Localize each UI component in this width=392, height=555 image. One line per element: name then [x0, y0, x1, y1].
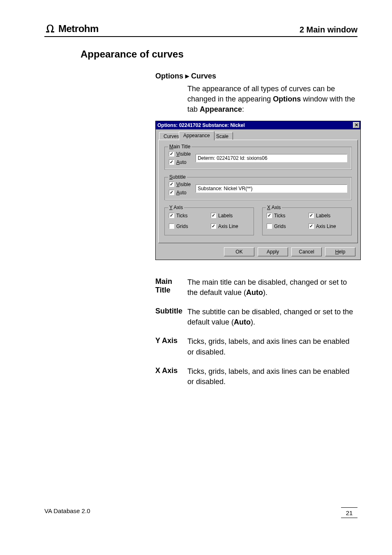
checkbox-xaxis-ticks[interactable]: ✓Ticks	[267, 213, 305, 219]
input-subtitle[interactable]	[196, 184, 347, 193]
section-label: 2 Main window	[300, 25, 357, 35]
def-term-yaxis: Y Axis	[155, 336, 187, 357]
checkbox-xaxis-axisline[interactable]: ✓Axis Line	[309, 223, 347, 229]
checkbox-maintitle-auto[interactable]: ✓ Auto	[169, 159, 191, 165]
dialog-titlebar: Options: 02241702 Substance: Nickel ✕	[156, 121, 360, 129]
help-button[interactable]: Help	[325, 247, 355, 256]
group-legend-xaxis: X Axis	[266, 205, 282, 210]
footer-left: VA Database 2.0	[44, 507, 90, 518]
checkbox-yaxis-ticks[interactable]: ✓Ticks	[169, 213, 208, 219]
group-subtitle: Subtitle ✓ Visible ✓ Auto	[164, 177, 352, 200]
def-body-xaxis: Ticks, grids, labels, and axis lines can…	[187, 366, 357, 387]
options-dialog: Options: 02241702 Substance: Nickel ✕ Cu…	[155, 121, 361, 260]
group-x-axis: X Axis ✓Ticks ✓Labels Grids ✓Axis Line	[262, 207, 352, 235]
dialog-button-row: OK Apply Cancel Help	[158, 243, 358, 256]
def-body-main-title: The main title can be disabled, changed …	[187, 277, 357, 298]
close-icon[interactable]: ✕	[353, 122, 360, 128]
checkbox-subtitle-visible[interactable]: ✓ Visible	[169, 182, 191, 187]
cancel-button[interactable]: Cancel	[291, 247, 322, 256]
brand-text: Metrohm	[58, 23, 99, 35]
group-y-axis: Y Axis ✓Ticks ✓Labels Grids ✓Axis Line	[164, 207, 254, 235]
checkbox-yaxis-labels[interactable]: ✓Labels	[211, 213, 249, 219]
checkbox-xaxis-labels[interactable]: ✓Labels	[309, 213, 347, 219]
tab-page-appearance: Main Title ✓ Visible ✓ Auto	[158, 140, 358, 243]
page-header: Metrohm 2 Main window	[44, 23, 357, 37]
group-legend-subtitle: Subtitle	[168, 174, 187, 180]
page-footer: VA Database 2.0 21	[44, 507, 357, 518]
checkbox-maintitle-visible[interactable]: ✓ Visible	[169, 151, 191, 157]
section-title: Appearance of curves	[81, 48, 357, 60]
def-term-main-title: Main Title	[155, 277, 187, 298]
group-legend-main-title: Main Title	[168, 144, 191, 150]
def-body-subtitle: The subtitle can be disabled, changed or…	[187, 307, 357, 327]
checkbox-yaxis-axisline[interactable]: ✓Axis Line	[211, 223, 249, 229]
page-number: 21	[341, 507, 357, 518]
def-body-yaxis: Ticks, grids, labels, and axis lines can…	[187, 336, 357, 357]
ok-button[interactable]: OK	[224, 247, 254, 256]
dialog-title: Options: 02241702 Substance: Nickel	[157, 122, 245, 128]
group-legend-yaxis: Y Axis	[168, 205, 184, 210]
tab-scale[interactable]: Scale	[212, 132, 233, 140]
brand: Metrohm	[44, 23, 99, 35]
intro-text: The appearance of all types of curves ca…	[187, 84, 364, 115]
definitions: Main Title The main title can be disable…	[155, 277, 357, 387]
menu-path: Options ▸ Curves	[155, 71, 357, 81]
checkbox-yaxis-grids[interactable]: Grids	[169, 223, 208, 229]
def-term-xaxis: X Axis	[155, 366, 187, 387]
apply-button[interactable]: Apply	[258, 247, 288, 256]
tab-row: Curves Appearance Scale	[158, 131, 358, 140]
def-term-subtitle: Subtitle	[155, 307, 187, 327]
checkbox-subtitle-auto[interactable]: ✓ Auto	[169, 190, 191, 196]
tab-appearance[interactable]: Appearance	[179, 131, 214, 140]
input-main-title[interactable]	[196, 154, 347, 162]
group-main-title: Main Title ✓ Visible ✓ Auto	[164, 147, 352, 170]
checkbox-xaxis-grids[interactable]: Grids	[267, 223, 305, 229]
ohm-icon	[44, 24, 56, 33]
